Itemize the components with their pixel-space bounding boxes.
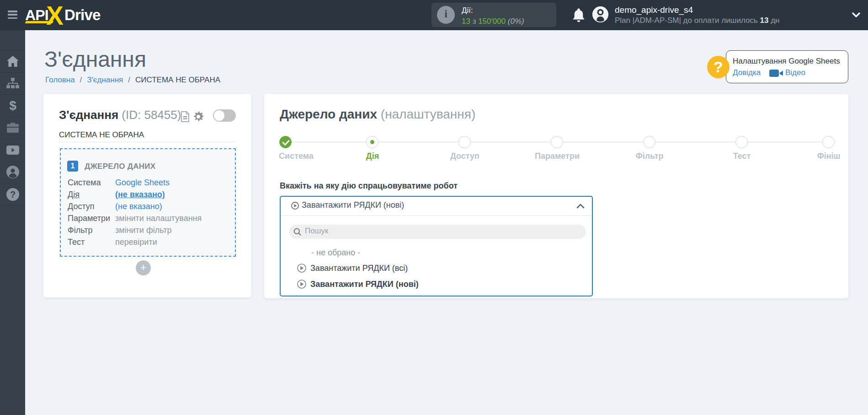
svg-text:?: ? bbox=[10, 189, 15, 199]
svg-text:$: $ bbox=[9, 99, 16, 113]
